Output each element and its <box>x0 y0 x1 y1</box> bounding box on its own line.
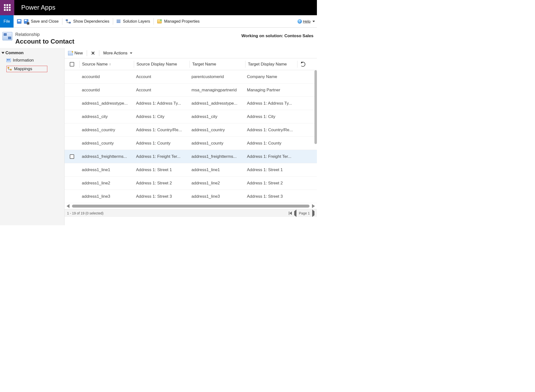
cell-source-name: address1_addresstype... <box>79 101 134 106</box>
column-label: Target Name <box>192 62 216 67</box>
body: Common Information Mappings New <box>0 48 317 225</box>
help-label: Help <box>303 19 311 23</box>
app-launcher-button[interactable] <box>0 0 14 15</box>
cell-target-name: address1_line1 <box>189 167 244 172</box>
column-header-source-name[interactable]: Source Name ↑ <box>80 62 134 67</box>
waffle-icon <box>4 4 11 11</box>
column-header-source-display[interactable]: Source Display Name <box>134 62 190 67</box>
help-icon: ? <box>297 19 302 24</box>
cell-source-name: address1_line3 <box>79 194 134 199</box>
sidebar-item-mappings[interactable]: Mappings <box>5 64 64 74</box>
vertical-scrollbar[interactable] <box>314 70 317 148</box>
delete-button[interactable]: ✕ <box>89 50 97 56</box>
app-header: Power Apps <box>0 0 317 15</box>
cell-target-name: address1_city <box>189 114 244 119</box>
grid: Source Name ↑ Source Display Name Target… <box>65 58 317 203</box>
select-all-checkbox[interactable] <box>65 62 79 66</box>
chevron-down-icon <box>130 52 132 54</box>
column-header-target-display[interactable]: Target Display Name <box>245 62 297 67</box>
column-label: Target Display Name <box>248 62 287 67</box>
scroll-left-button[interactable] <box>67 204 69 208</box>
table-row[interactable]: address1_countryAddress 1: Country/Re...… <box>65 123 317 137</box>
first-page-button[interactable] <box>289 212 292 215</box>
new-icon <box>68 51 73 55</box>
managed-properties-icon <box>157 19 162 23</box>
managed-properties-button[interactable]: Managed Properties <box>164 19 200 24</box>
table-row[interactable]: accountidAccountparentcustomeridCompany … <box>65 70 317 83</box>
cell-target-name: address1_country <box>189 128 244 132</box>
table-row[interactable]: address1_countyAddress 1: Countyaddress1… <box>65 137 317 150</box>
cell-target-display: Address 1: Address Ty... <box>244 101 296 106</box>
grid-footer: 1 - 19 of 19 (0 selected) Page 1 <box>65 209 317 217</box>
table-row[interactable]: address1_addresstype...Address 1: Addres… <box>65 97 317 110</box>
cell-target-name: address1_line3 <box>189 194 244 199</box>
save-and-close-button[interactable]: Save and Close <box>31 19 59 24</box>
table-row[interactable]: address1_line1Address 1: Street 1address… <box>65 163 317 177</box>
refresh-button[interactable] <box>297 62 308 67</box>
cell-target-display: Managing Partner <box>244 88 296 93</box>
delete-icon: ✕ <box>91 50 95 56</box>
scroll-right-button[interactable] <box>312 204 315 208</box>
solution-context: Working on solution: Contoso Sales <box>242 32 314 38</box>
next-page-button[interactable] <box>312 211 314 215</box>
table-row[interactable]: address1_cityAddress 1: Cityaddress1_cit… <box>65 110 317 123</box>
cell-source-name: address1_county <box>79 141 134 146</box>
scroll-track[interactable] <box>72 205 310 208</box>
table-row[interactable]: accountidAccountmsa_managingpartneridMan… <box>65 83 317 97</box>
cell-source-display: Address 1: County <box>134 141 189 146</box>
refresh-icon <box>300 62 305 67</box>
cell-source-name: address1_city <box>79 114 134 119</box>
column-header-target-name[interactable]: Target Name <box>190 62 245 67</box>
cell-target-name: address1_addresstype... <box>189 101 244 106</box>
cell-source-display: Address 1: City <box>134 114 189 119</box>
prev-page-button[interactable] <box>294 211 296 215</box>
pagination: Page 1 <box>289 211 314 215</box>
sidebar-item-label: Mappings <box>14 66 32 71</box>
column-label: Source Display Name <box>137 62 177 67</box>
cell-target-name: address1_freightterms... <box>189 154 244 159</box>
table-row[interactable]: address1_line3Address 1: Street 3address… <box>65 190 317 203</box>
cell-target-display: Address 1: Street 2 <box>244 181 296 186</box>
cell-source-display: Address 1: Freight Ter... <box>134 154 189 159</box>
cell-source-name: accountid <box>79 88 134 93</box>
sidebar-group-common[interactable]: Common <box>0 49 64 56</box>
cell-source-name: address1_line2 <box>79 181 134 186</box>
solution-name: Contoso Sales <box>284 33 313 38</box>
new-label: New <box>74 51 83 56</box>
solution-layers-button[interactable]: Solution Layers <box>123 19 150 24</box>
separator <box>99 50 99 56</box>
cell-target-name: msa_managingpartnerid <box>189 88 244 93</box>
cell-target-display: Address 1: Freight Ter... <box>244 154 296 159</box>
page-header: Relationship Account to Contact Working … <box>0 28 317 48</box>
sidebar-group-label: Common <box>5 50 24 55</box>
mappings-icon <box>8 67 12 71</box>
dependencies-icon <box>66 19 71 23</box>
horizontal-scrollbar[interactable] <box>65 203 317 209</box>
more-actions-label: More Actions <box>103 51 127 56</box>
cell-source-name: address1_line1 <box>79 167 134 172</box>
grid-header: Source Name ↑ Source Display Name Target… <box>65 58 317 70</box>
help-button[interactable]: ? Help <box>297 19 315 24</box>
save-icon[interactable] <box>17 19 21 24</box>
more-actions-button[interactable]: More Actions <box>101 51 134 56</box>
cell-source-display: Address 1: Street 2 <box>134 181 189 186</box>
table-row[interactable]: address1_line2Address 1: Street 2address… <box>65 177 317 190</box>
record-count: 1 - 19 of 19 (0 selected) <box>67 211 104 215</box>
sidebar-item-label: Information <box>13 58 34 63</box>
cell-target-display: Address 1: Street 3 <box>244 194 296 199</box>
cell-source-display: Address 1: Country/Re... <box>134 128 189 132</box>
grid-body: accountidAccountparentcustomeridCompany … <box>65 70 317 203</box>
row-checkbox[interactable] <box>65 154 79 159</box>
new-button[interactable]: New <box>66 51 85 56</box>
sidebar-item-information[interactable]: Information <box>5 56 64 64</box>
grid-toolbar: New ✕ More Actions <box>65 48 317 58</box>
show-dependencies-button[interactable]: Show Dependencies <box>73 19 109 24</box>
separator <box>87 50 87 56</box>
cell-source-name: accountid <box>79 74 134 79</box>
cell-source-display: Account <box>134 88 189 93</box>
file-menu-button[interactable]: File <box>0 15 14 28</box>
table-row[interactable]: address1_freightterms...Address 1: Freig… <box>65 150 317 163</box>
information-icon <box>6 59 11 62</box>
cell-target-display: Address 1: Street 1 <box>244 167 296 172</box>
cell-source-display: Address 1: Street 3 <box>134 194 189 199</box>
